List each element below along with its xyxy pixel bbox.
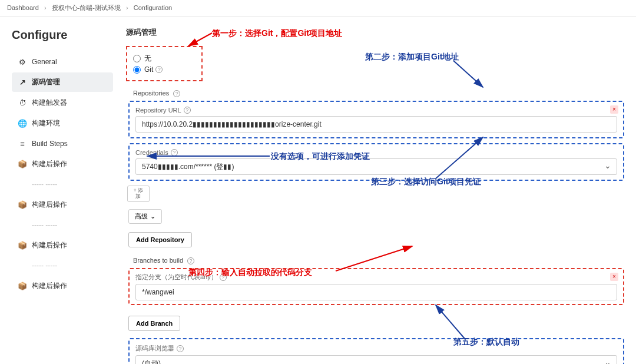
- repo-url-label: Repository URL ?: [135, 107, 617, 114]
- package-icon: 📦: [18, 241, 27, 250]
- sidebar-item-post-build[interactable]: 📦 构建后操作: [12, 236, 113, 255]
- breadcrumb-item[interactable]: Configuration: [134, 4, 172, 11]
- sidebar-item-faded[interactable]: ----- -----: [12, 175, 113, 194]
- browser-box: 源码库浏览器 ? (自动): [128, 338, 624, 364]
- help-icon[interactable]: ?: [184, 107, 191, 114]
- sidebar: Configure ⚙ General ↗ 源码管理 ⏱ 构建触发器 🌐 构建环…: [0, 16, 118, 364]
- dash-icon: [18, 261, 27, 270]
- package-icon: 📦: [18, 282, 27, 291]
- repo-url-input[interactable]: [135, 116, 617, 133]
- sidebar-item-label: 构建触发器: [32, 98, 67, 108]
- sidebar-item-source[interactable]: ↗ 源码管理: [12, 72, 113, 92]
- sidebar-item-faded[interactable]: ----- -----: [12, 216, 113, 234]
- sidebar-item-label: 构建后操作: [32, 281, 67, 291]
- sidebar-item-general[interactable]: ⚙ General: [12, 52, 113, 71]
- close-icon[interactable]: ×: [610, 273, 618, 281]
- package-icon: 📦: [18, 160, 27, 169]
- advanced-button[interactable]: 高级 ⌄: [128, 209, 162, 224]
- sidebar-item-label: ----- -----: [32, 221, 57, 229]
- chevron-right-icon: ›: [44, 4, 47, 11]
- help-icon[interactable]: ?: [155, 66, 163, 73]
- content-area: 源码管理 无 Git ? Repositories ? × Repository…: [118, 16, 636, 364]
- credentials-label: Credentials ?: [135, 149, 617, 156]
- page-title: Configure: [12, 28, 113, 42]
- dash-icon: [18, 180, 27, 189]
- package-icon: 📦: [18, 200, 27, 210]
- help-icon[interactable]: ?: [220, 274, 227, 281]
- sidebar-item-post-build[interactable]: 📦 构建后操作: [12, 154, 113, 174]
- sidebar-item-label: 构建后操作: [32, 159, 67, 169]
- scm-radio-group: 无 Git ?: [126, 46, 203, 81]
- radio-none[interactable]: [133, 55, 141, 62]
- radio-label: Git: [144, 65, 153, 74]
- repo-url-box: × Repository URL ?: [128, 101, 624, 138]
- add-branch-button[interactable]: Add Branch: [128, 316, 180, 331]
- chevron-right-icon: ›: [126, 4, 128, 11]
- gear-icon: ⚙: [18, 57, 27, 67]
- sidebar-item-label: 源码管理: [32, 77, 60, 87]
- sidebar-item-triggers[interactable]: ⏱ 构建触发器: [12, 93, 113, 112]
- sidebar-item-label: 构建后操作: [32, 240, 67, 250]
- add-credential-button[interactable]: + 添 加: [127, 186, 150, 202]
- branches-heading: Branches to build ?: [128, 257, 636, 264]
- repos-heading: Repositories ?: [128, 90, 636, 97]
- sidebar-item-label: General: [32, 58, 57, 66]
- sidebar-item-faded[interactable]: ----- -----: [12, 256, 113, 275]
- sidebar-item-env[interactable]: 🌐 构建环境: [12, 114, 113, 133]
- chevron-down-icon: ⌄: [150, 213, 155, 220]
- close-icon[interactable]: ×: [610, 105, 618, 114]
- branch-input[interactable]: [135, 284, 617, 300]
- breadcrumb-item[interactable]: Dashboard: [7, 4, 39, 11]
- help-icon[interactable]: ?: [173, 90, 180, 97]
- browser-label: 源码库浏览器 ?: [135, 344, 617, 353]
- branch-spec-label: 指定分支（为空时代表any） ?: [135, 273, 617, 282]
- help-icon[interactable]: ?: [177, 345, 184, 352]
- section-title: 源码管理: [126, 27, 636, 38]
- branch-icon: ↗: [18, 78, 27, 87]
- sidebar-item-build-steps[interactable]: ≡ Build Steps: [12, 134, 113, 153]
- clock-icon: ⏱: [18, 98, 27, 108]
- globe-icon: 🌐: [18, 119, 27, 128]
- sidebar-item-label: 构建后操作: [32, 200, 67, 210]
- radio-git[interactable]: [133, 66, 141, 74]
- browser-select[interactable]: (自动): [135, 355, 617, 364]
- help-icon[interactable]: ?: [187, 257, 194, 264]
- add-repository-button[interactable]: Add Repository: [128, 232, 192, 247]
- credentials-box: Credentials ? 5740▮▮▮▮▮.com/****** (登▮▮): [128, 143, 624, 181]
- sidebar-item-label: 构建环境: [32, 118, 60, 128]
- sidebar-item-post-build[interactable]: 📦 构建后操作: [12, 276, 113, 296]
- breadcrumb-item[interactable]: 授权中心-前端-测试环境: [52, 4, 121, 11]
- sidebar-item-label: Build Steps: [32, 140, 68, 148]
- svg-line-1: [453, 61, 483, 87]
- sidebar-item-post-build[interactable]: 📦 构建后操作: [12, 195, 113, 214]
- list-icon: ≡: [18, 139, 27, 148]
- breadcrumb: Dashboard › 授权中心-前端-测试环境 › Configuration: [0, 0, 636, 16]
- branch-box: × 指定分支（为空时代表any） ?: [128, 268, 624, 305]
- sidebar-item-label: ----- -----: [32, 180, 57, 188]
- radio-label: 无: [144, 54, 151, 64]
- dash-icon: [18, 220, 27, 230]
- sidebar-item-label: ----- -----: [32, 262, 57, 270]
- credentials-select[interactable]: 5740▮▮▮▮▮.com/****** (登▮▮): [135, 158, 617, 175]
- help-icon[interactable]: ?: [171, 149, 178, 156]
- annotation-step2: 第二步：添加项目Git地址: [365, 52, 459, 62]
- svg-line-5: [436, 305, 465, 339]
